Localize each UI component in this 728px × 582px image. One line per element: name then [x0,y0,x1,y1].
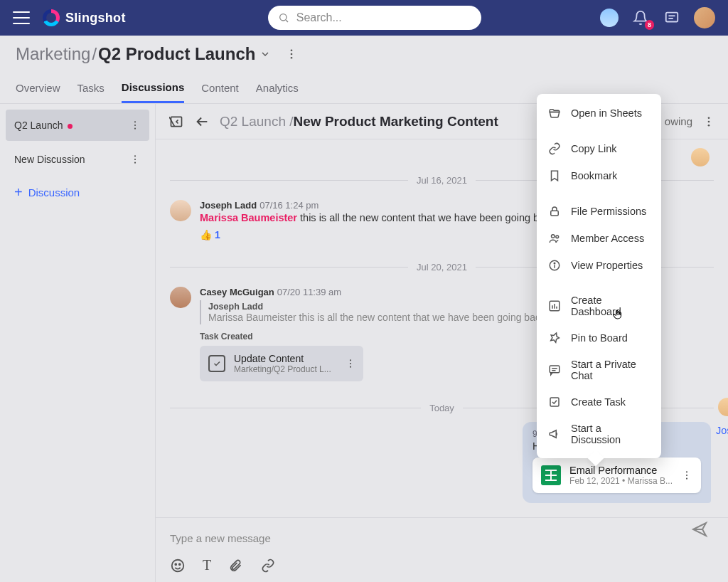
menu-view-properties[interactable]: View Properties [537,252,661,279]
attach-button[interactable] [228,558,242,573]
svg-point-28 [179,564,181,565]
lock-icon [548,205,561,218]
collapse-sidebar-button[interactable] [168,114,184,129]
breadcrumb-separator: / [92,44,97,64]
svg-line-15 [169,117,175,126]
search-icon [278,12,289,23]
format-button[interactable]: T [203,557,211,573]
presence-avatar[interactable] [600,9,619,27]
svg-rect-43 [550,398,559,406]
menu-create-task[interactable]: Create Task [537,388,661,416]
menu-open-in-sheets[interactable]: Open in Sheets [537,100,661,127]
tab-content[interactable]: Content [201,74,239,102]
breadcrumb-current[interactable]: Q2 Product Launch [98,44,255,64]
workspace-more-button[interactable] [285,48,298,60]
link-icon [548,142,561,155]
svg-point-0 [279,14,286,21]
following-label[interactable]: owing [665,115,692,127]
svg-point-27 [175,564,176,565]
sidebar-item-new-discussion[interactable]: New Discussion [6,144,149,175]
thumbs-up-icon: 👍 [200,229,212,240]
menu-copy-link[interactable]: Copy Link [537,135,661,162]
menu-create-dashboard[interactable]: Create Dashboard [537,287,661,324]
search-placeholder: Search... [296,11,342,24]
participant-avatar[interactable] [691,148,710,166]
menu-start-discussion[interactable]: Start a Discussion [537,416,661,453]
svg-point-32 [556,236,559,238]
bookmark-icon [548,169,561,182]
message-author[interactable]: Joseph Ladd [716,425,728,436]
tab-analytics[interactable]: Analytics [256,74,299,102]
attachment-more-button[interactable] [681,470,692,481]
discussions-sidebar: Q2 Launch New Discussion + Discussion [0,104,155,582]
svg-point-13 [134,162,136,164]
send-button[interactable] [691,521,708,538]
tab-overview[interactable]: Overview [16,74,60,102]
menu-member-access[interactable]: Member Access [537,225,661,252]
svg-point-8 [134,121,136,122]
notifications-button[interactable]: 8 [631,9,650,27]
menu-pin-to-board[interactable]: Pin to Board [537,324,661,351]
message-avatar[interactable] [718,398,728,416]
profile-avatar[interactable] [694,7,715,28]
message-avatar[interactable] [170,287,191,308]
svg-rect-30 [551,211,559,216]
workspace-header: Marketing / Q2 Product Launch [0,36,728,73]
message-avatar[interactable] [170,200,191,221]
svg-rect-2 [666,13,678,22]
thread-crumb-current: New Product Marketing Content [294,114,498,129]
sidebar-item-more-button[interactable] [129,154,141,165]
people-icon [548,232,561,245]
chat-icon [664,10,680,26]
hamburger-menu-icon[interactable] [13,11,30,24]
chevron-down-icon[interactable] [259,48,271,60]
svg-rect-40 [550,366,560,373]
info-icon [548,259,561,272]
svg-point-19 [708,124,710,126]
menu-file-permissions[interactable]: File Permissions [537,198,661,225]
thread-more-button[interactable] [702,115,715,128]
message-author: Joseph Ladd [200,200,257,211]
svg-point-20 [350,359,351,361]
add-discussion-button[interactable]: + Discussion [6,178,149,206]
app-logo[interactable]: Slingshot [43,9,126,26]
breadcrumb-parent[interactable]: Marketing [16,44,90,64]
back-button[interactable] [194,114,210,129]
brand-name: Slingshot [65,11,126,26]
message-composer: Type a new message T [156,517,728,582]
svg-point-7 [291,57,293,59]
tab-discussions[interactable]: Discussions [122,73,184,103]
unread-indicator-icon [68,124,73,129]
dashboard-icon [548,300,561,312]
svg-point-22 [350,366,351,368]
thread-crumb-parent[interactable]: Q2 Launch [220,114,286,129]
task-card[interactable]: Update Content Marketing/Q2 Product L... [200,346,363,381]
notification-badge: 8 [645,20,654,30]
plus-icon: + [14,185,23,199]
search-input[interactable]: Search... [268,6,481,30]
link-button[interactable] [259,559,277,573]
svg-point-12 [134,159,136,160]
menu-bookmark[interactable]: Bookmark [537,162,661,189]
task-more-button[interactable] [345,358,356,369]
attachment-title: Email Performance [569,465,673,476]
tab-tasks[interactable]: Tasks [77,74,105,102]
reaction-count: 1 [215,229,220,240]
svg-line-1 [286,20,288,22]
compose-input[interactable]: Type a new message [170,528,714,557]
sidebar-item-more-button[interactable] [129,120,141,131]
svg-point-5 [291,49,293,51]
menu-private-chat[interactable]: Start a Private Chat [537,351,661,388]
thread-breadcrumb: Q2 Launch /New Product Marketing Content [220,114,498,129]
add-discussion-label: Discussion [28,186,80,199]
svg-point-18 [708,120,710,122]
attachment-card[interactable]: Email Performance Feb 12, 2021 • Marissa… [532,457,701,493]
attachment-context-menu: Open in Sheets Copy Link Bookmark File P… [537,94,661,458]
message-time: 07/16 1:24 pm [259,200,318,211]
sidebar-item-q2-launch[interactable]: Q2 Launch [6,110,149,141]
reaction-thumbs-up[interactable]: 👍 1 [200,229,220,240]
mention[interactable]: Marissa Baumeister [200,212,297,223]
emoji-button[interactable] [170,558,186,573]
task-icon [548,396,561,408]
messages-button[interactable] [663,9,681,27]
